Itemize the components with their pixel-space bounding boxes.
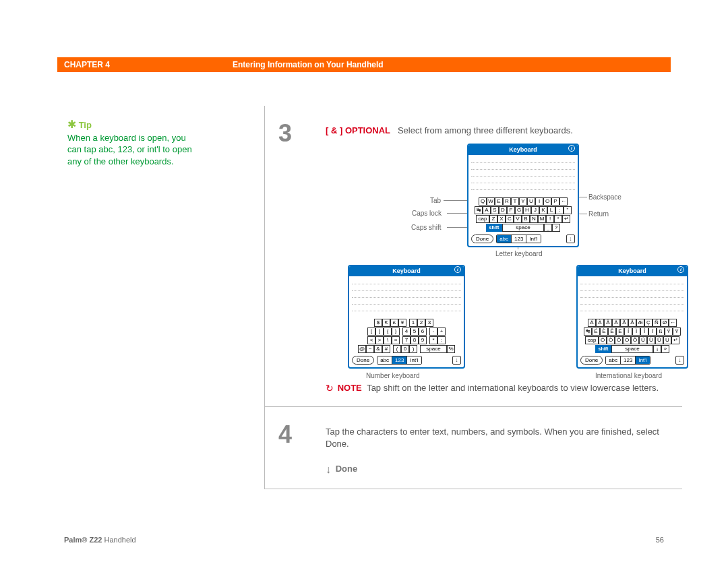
key-1[interactable]: 1 (409, 319, 417, 327)
key-:[interactable]: : (555, 206, 564, 214)
segment-abc[interactable]: abc (497, 235, 512, 243)
key-B[interactable]: B (522, 215, 530, 223)
key-Á[interactable]: Á (588, 319, 596, 327)
key-9[interactable]: 9 (419, 336, 427, 344)
key-+[interactable]: + (437, 327, 446, 336)
key-shift[interactable]: shift (595, 345, 611, 353)
segment-Int'l[interactable]: Int'l (526, 235, 540, 243)
key-8[interactable]: 8 (411, 336, 419, 344)
key-space[interactable]: space (611, 345, 653, 353)
key-5[interactable]: 5 (411, 327, 419, 336)
text-input-area[interactable] (578, 276, 687, 317)
key-Ù[interactable]: Ù (647, 336, 655, 344)
key-←[interactable]: ← (559, 197, 568, 206)
key-<[interactable]: < (367, 336, 375, 344)
info-icon[interactable]: i (568, 145, 575, 152)
key-([interactable]: ( (393, 345, 401, 353)
key-Ä[interactable]: Ä (612, 319, 620, 327)
key-4[interactable]: 4 (402, 327, 411, 336)
key-↵[interactable]: ↵ (671, 336, 679, 344)
key-Ÿ[interactable]: Ÿ (673, 327, 681, 336)
key-Ó[interactable]: Ó (599, 336, 607, 344)
key-P[interactable]: P (551, 197, 559, 206)
collapse-icon[interactable]: ↓ (452, 356, 461, 365)
key-V[interactable]: V (514, 215, 522, 223)
key-Â[interactable]: Â (604, 319, 612, 327)
key-»[interactable]: » (661, 345, 669, 353)
key-R[interactable]: R (503, 197, 511, 206)
key-7[interactable]: 7 (402, 336, 411, 344)
key-#[interactable]: # (382, 345, 390, 353)
key-*[interactable]: * (429, 336, 437, 344)
key-Ö[interactable]: Ö (623, 336, 631, 344)
key-6[interactable]: 6 (419, 327, 427, 336)
key-shift[interactable]: shift (486, 224, 502, 232)
key-←[interactable]: ← (669, 319, 677, 327)
collapse-icon[interactable]: ↓ (675, 356, 684, 365)
key-space[interactable]: space (420, 345, 447, 353)
key-D[interactable]: D (499, 206, 507, 214)
key-N[interactable]: N (530, 215, 538, 223)
key-0[interactable]: 0 (401, 345, 409, 353)
key-)[interactable]: ) (409, 345, 417, 353)
segment-123[interactable]: 123 (512, 235, 526, 243)
key-"[interactable]: " (564, 206, 572, 214)
key-À[interactable]: À (596, 319, 604, 327)
keyboard-mode-segment[interactable]: abc123Int'l (496, 235, 541, 243)
key-É[interactable]: É (592, 327, 600, 336)
key-Ü[interactable]: Ü (663, 336, 671, 344)
key-3[interactable]: 3 (425, 319, 433, 327)
key--[interactable]: - (429, 327, 437, 336)
key-X[interactable]: X (497, 215, 506, 223)
key-W[interactable]: W (487, 197, 495, 206)
keyboard-mode-segment[interactable]: abc123Int'l (605, 356, 650, 365)
key-Í[interactable]: Í (624, 327, 632, 336)
key-Æ[interactable]: Æ (636, 319, 644, 327)
key-O[interactable]: O (543, 197, 551, 206)
key-K[interactable]: K (539, 206, 547, 214)
key-2[interactable]: 2 (417, 319, 425, 327)
key-↵[interactable]: ↵ (562, 215, 570, 223)
key-Ã[interactable]: Ã (620, 319, 628, 327)
key-cap[interactable]: cap (476, 215, 489, 223)
key-&[interactable]: & (374, 345, 382, 353)
key-%[interactable]: % (447, 345, 455, 353)
done-button[interactable]: Done (352, 356, 374, 365)
key-Ï[interactable]: Ï (648, 327, 657, 336)
key-*[interactable]: * (554, 215, 562, 223)
text-input-area[interactable] (349, 276, 464, 317)
key-Å[interactable]: Å (628, 319, 636, 327)
key-Î[interactable]: Î (640, 327, 648, 336)
key-E[interactable]: E (495, 197, 503, 206)
segment-Int'l[interactable]: Int'l (407, 356, 421, 364)
key-Ë[interactable]: Ë (616, 327, 624, 336)
key-~[interactable]: ~ (366, 345, 374, 353)
info-icon[interactable]: i (454, 266, 461, 273)
key-_[interactable]: _ (544, 224, 552, 232)
collapse-icon[interactable]: ↓ (566, 235, 575, 243)
key-Û[interactable]: Û (655, 336, 663, 344)
key-U[interactable]: U (527, 197, 535, 206)
key-S[interactable]: S (491, 206, 499, 214)
key-G[interactable]: G (515, 206, 523, 214)
key->[interactable]: > (375, 336, 384, 344)
key-}[interactable]: } (392, 327, 400, 336)
segment-abc[interactable]: abc (606, 356, 621, 364)
key-Ì[interactable]: Ì (632, 327, 640, 336)
key-][interactable]: ] (375, 327, 384, 336)
key-Ø[interactable]: Ø (661, 319, 669, 327)
key-{[interactable]: { (384, 327, 392, 336)
key-Q[interactable]: Q (479, 197, 487, 206)
key-ß[interactable]: ß (657, 327, 665, 336)
segment-123[interactable]: 123 (392, 356, 407, 364)
key-T[interactable]: T (511, 197, 519, 206)
key-¥[interactable]: ¥ (398, 319, 406, 327)
key-F[interactable]: F (507, 206, 515, 214)
key-:[interactable]: : (437, 336, 446, 344)
key-![interactable]: ! (546, 215, 554, 223)
key-?[interactable]: ? (552, 224, 560, 232)
key-Ò[interactable]: Ò (607, 336, 615, 344)
key-Õ[interactable]: Õ (631, 336, 639, 344)
key-H[interactable]: H (523, 206, 531, 214)
done-button[interactable]: Done (580, 356, 603, 365)
